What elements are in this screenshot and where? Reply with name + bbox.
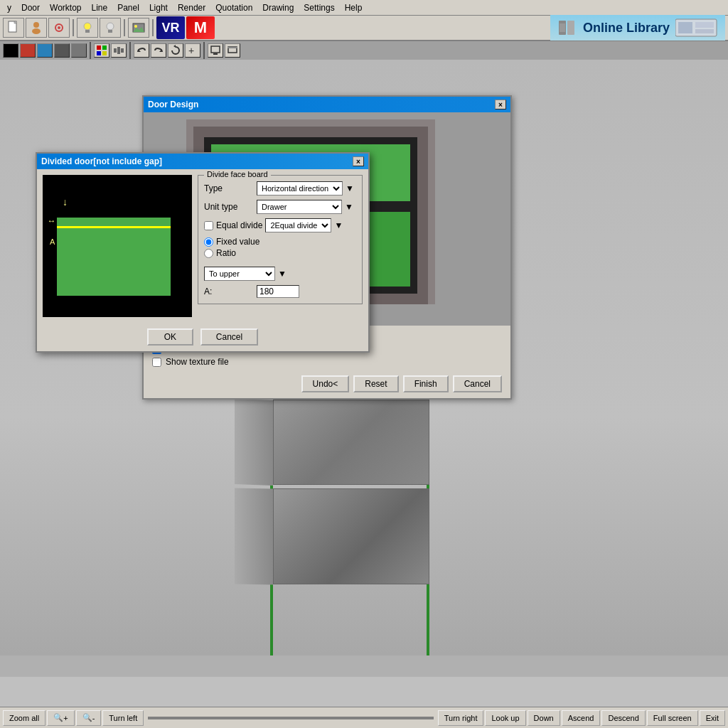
new-button[interactable] (3, 18, 24, 38)
cancel-button[interactable]: Cancel (453, 375, 502, 392)
fixed-value-radio-row: Fixed value (204, 237, 259, 247)
a-value-input[interactable] (257, 285, 299, 298)
tb2-color5[interactable] (71, 43, 87, 58)
value-type-radio-group: Fixed value Ratio (204, 237, 259, 258)
svg-point-2 (33, 22, 39, 28)
undo-button[interactable]: Undo< (301, 375, 350, 392)
divided-door-titlebar: Divided door[not include gap] × (37, 154, 368, 169)
m-logo-button[interactable]: M (186, 16, 215, 39)
svg-rect-23 (102, 51, 107, 55)
svg-text:+: + (188, 45, 194, 56)
svg-rect-9 (108, 30, 112, 33)
unit-type-select[interactable]: Drawer Door None (257, 200, 342, 214)
full-screen-button[interactable]: Full screen (647, 710, 698, 726)
settings-icon-btn[interactable] (48, 18, 70, 38)
equal-divide-select[interactable]: 2Equal divide 3Equal divide 4Equal divid… (265, 218, 331, 232)
svg-rect-31 (211, 46, 220, 53)
person-icon-btn[interactable] (26, 18, 47, 38)
online-library-button[interactable]: Online Library (550, 15, 725, 41)
divide-face-board-group: Divide face board Type Horizontal direct… (198, 175, 363, 304)
tb2-monitor1[interactable] (208, 43, 223, 58)
tb2-color2[interactable] (20, 43, 36, 58)
exit-button[interactable]: Exit (700, 710, 725, 726)
a-dimension-label: A (50, 237, 55, 246)
unit-type-label: Unit type (204, 202, 254, 212)
type-label: Type (204, 183, 254, 193)
tb2-color4[interactable] (54, 43, 70, 58)
image-btn[interactable] (128, 18, 149, 38)
door-preview-canvas: ↓ ↕ A (43, 175, 192, 317)
divided-door-close[interactable]: × (353, 156, 364, 166)
down-button[interactable]: Down (528, 710, 560, 726)
tb2-monitor2[interactable] (225, 43, 240, 58)
tb2-refresh[interactable] (168, 43, 183, 58)
zoom-out-button[interactable]: 🔍- (76, 710, 102, 726)
tb2-color3[interactable] (37, 43, 53, 58)
tb2-grid1[interactable] (111, 43, 127, 58)
zoom-in-button[interactable]: 🔍+ (47, 710, 74, 726)
vr-button[interactable]: VR (156, 16, 185, 39)
menu-y[interactable]: y (3, 1, 16, 14)
turn-left-button[interactable]: Turn left (102, 710, 144, 726)
lightbulb-on-btn[interactable] (77, 18, 98, 38)
equal-divide-checkbox[interactable] (204, 221, 213, 230)
look-up-button[interactable]: Look up (485, 710, 525, 726)
svg-rect-24 (114, 48, 117, 53)
group-title: Divide face board (204, 170, 271, 178)
tb2-redo[interactable] (151, 43, 166, 58)
reset-button[interactable]: Reset (353, 375, 398, 392)
show-texture-file-checkbox[interactable] (152, 358, 161, 367)
tb2-color1[interactable] (3, 43, 18, 58)
arrow-down-icon: ↓ (63, 196, 68, 208)
menu-light[interactable]: Light (145, 1, 172, 14)
ratio-radio[interactable] (204, 249, 213, 258)
menu-render[interactable]: Render (173, 1, 210, 14)
menu-worktop[interactable]: Worktop (46, 1, 85, 14)
online-library-label: Online Library (583, 21, 670, 36)
action-buttons: Undo< Reset Finish Cancel (144, 373, 510, 398)
menu-drawing[interactable]: Drawing (258, 1, 298, 14)
svg-marker-29 (173, 45, 176, 48)
svg-rect-15 (560, 23, 565, 32)
menu-door[interactable]: Door (17, 1, 44, 14)
door-design-close[interactable]: × (495, 100, 506, 109)
zoom-all-button[interactable]: Zoom all (3, 710, 46, 726)
svg-rect-19 (695, 29, 714, 33)
menu-help[interactable]: Help (341, 1, 367, 14)
status-bar: Zoom all 🔍+ 🔍- Turn left Turn right Look… (0, 707, 728, 728)
tb2-plus[interactable]: + (185, 43, 200, 58)
divided-door-title: Divided door[not include gap] (41, 156, 162, 166)
subdialog-content: ↓ ↕ A Divide face board Type Horizontal … (37, 169, 368, 323)
tb2-multi1[interactable] (94, 43, 109, 58)
svg-point-12 (134, 25, 137, 28)
svg-rect-20 (97, 46, 101, 50)
unit-type-dropdown-icon: ▼ (345, 202, 353, 212)
menu-bar: y Door Worktop Line Panel Light Render Q… (0, 0, 728, 16)
main-area: Door Design × Show size Show door with t… (0, 60, 728, 677)
radio-group-row: Fixed value Ratio (204, 237, 356, 262)
lightbulb-off-btn[interactable] (100, 18, 121, 38)
turn-right-button[interactable]: Turn right (438, 710, 484, 726)
ratio-label: Ratio (216, 248, 236, 258)
svg-rect-17 (678, 22, 692, 33)
menu-panel[interactable]: Panel (113, 1, 144, 14)
ascend-button[interactable]: Ascend (562, 710, 601, 726)
fixed-value-radio[interactable] (204, 237, 213, 247)
ok-button[interactable]: OK (147, 328, 193, 346)
subdialog-cancel-button[interactable]: Cancel (200, 328, 258, 346)
descend-button[interactable]: Descend (601, 710, 645, 726)
svg-point-5 (58, 26, 60, 29)
divide-options-panel: Divide face board Type Horizontal direct… (198, 175, 363, 317)
position-row: To upper To lower To center ▼ (204, 267, 356, 281)
position-select[interactable]: To upper To lower To center (204, 267, 275, 281)
svg-point-8 (107, 23, 114, 30)
menu-line[interactable]: Line (87, 1, 112, 14)
a-value-row: A: (204, 285, 356, 298)
menu-settings[interactable]: Settings (299, 1, 338, 14)
finish-button[interactable]: Finish (403, 375, 449, 392)
progress-slider[interactable] (148, 717, 434, 719)
zoom-out-icon: 🔍 (82, 713, 92, 722)
menu-quotation[interactable]: Quotation (211, 1, 257, 14)
type-select[interactable]: Horizontal direction Vertical direction (257, 181, 343, 196)
tb2-undo[interactable] (134, 43, 149, 58)
